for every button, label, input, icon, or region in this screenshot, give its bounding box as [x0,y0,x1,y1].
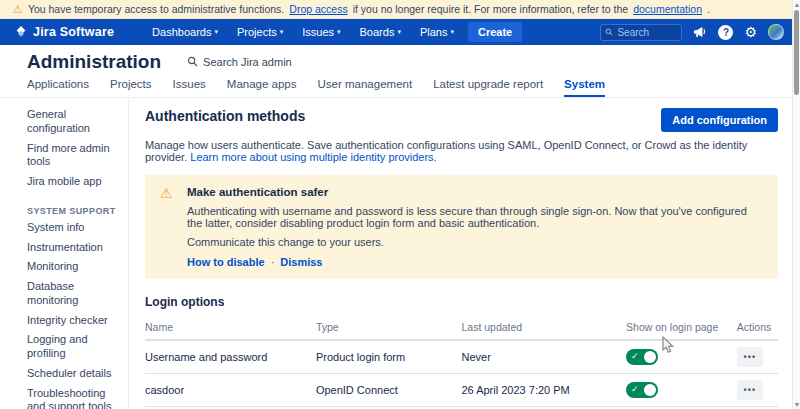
table-header-row: Name Type Last updated Show on login pag… [145,316,778,340]
sidebar-item-general-configuration[interactable]: General configuration [0,105,128,139]
column-header-last-updated: Last updated [461,316,626,340]
nav-item-dashboards[interactable]: Dashboards▾ [152,26,218,38]
banner-text-end: . [707,3,710,15]
login-options-table: Name Type Last updated Show on login pag… [145,316,778,407]
nav-menu: Dashboards▾ Projects▾ Issues▾ Boards▾ Pl… [152,26,454,38]
page-title: Administration [27,51,161,73]
jira-logo[interactable]: Jira Software [0,25,114,39]
nav-item-issues[interactable]: Issues▾ [302,26,340,38]
sidebar-item-monitoring[interactable]: Monitoring [0,257,128,277]
tab-manage-apps[interactable]: Manage apps [227,78,297,97]
row-type: Product login form [316,340,462,374]
check-icon: ✓ [631,384,639,394]
sidebar-item-integrity-checker[interactable]: Integrity checker [0,311,128,331]
sidebar-item-troubleshooting[interactable]: Troubleshooting and support tools [0,384,128,409]
column-header-type: Type [316,316,462,340]
chevron-down-icon: ▾ [397,28,401,36]
row-actions-button[interactable]: ••• [737,380,763,400]
table-row: Username and password Product login form… [145,340,778,374]
learn-more-link[interactable]: Learn more about using multiple identity… [190,151,436,163]
documentation-link[interactable]: documentation [633,3,702,15]
scrollbar-up-arrow[interactable]: ▲ [793,0,800,9]
how-to-disable-link[interactable]: How to disable [187,256,265,268]
chevron-down-icon: ▾ [280,28,284,36]
admin-search[interactable]: Search Jira admin [187,56,292,68]
column-header-name: Name [145,316,316,340]
warning-body: Authenticating with username and passwor… [187,205,764,229]
sidebar-group-system-support: SYSTEM SUPPORT [0,203,128,218]
row-name: casdoor [145,374,316,407]
navbar-right: ? ⚙ [600,24,800,41]
nav-item-projects[interactable]: Projects▾ [237,26,283,38]
chevron-down-icon: ▾ [337,28,341,36]
warning-icon: ⚠ [13,4,23,15]
link-separator: · [271,256,275,268]
nav-search[interactable] [600,24,682,41]
table-row: casdoor OpenID Connect 26 April 2023 7:2… [145,374,778,407]
user-avatar[interactable] [768,24,784,40]
admin-header: Administration Search Jira admin [0,45,792,78]
chevron-down-icon: ▾ [214,28,218,36]
toggle-knob [644,351,656,363]
row-type: OpenID Connect [316,374,462,407]
section-description: Manage how users authenticate. Save auth… [145,139,778,163]
admin-search-label: Search Jira admin [203,56,292,68]
column-header-show-on-login-page: Show on login page [626,316,737,340]
tab-applications[interactable]: Applications [27,78,89,97]
create-button[interactable]: Create [468,22,522,42]
warning-body2: Communicate this change to your users. [187,236,764,248]
toggle-knob [644,384,656,396]
jira-logo-icon [14,25,28,39]
warning-title: Make authentication safer [187,186,764,198]
warning-icon: ⚠ [160,185,173,201]
tab-issues[interactable]: Issues [173,78,206,97]
sidebar-item-instrumentation[interactable]: Instrumentation [0,238,128,258]
sidebar-item-scheduler-details[interactable]: Scheduler details [0,364,128,384]
show-on-login-toggle[interactable]: ✓ [626,349,658,365]
admin-tabs: Applications Projects Issues Manage apps… [27,78,605,97]
row-last-updated: 26 April 2023 7:20 PM [461,374,626,407]
sidebar-item-database-monitoring[interactable]: Database monitoring [0,277,128,311]
vertical-scrollbar: ▲ ▼ [792,0,800,409]
sidebar-item-logging-and-profiling[interactable]: Logging and profiling [0,330,128,364]
nav-item-boards[interactable]: Boards▾ [360,26,401,38]
column-header-actions: Actions [737,316,778,340]
tab-system[interactable]: System [564,78,605,97]
section-title: Authentication methods [145,108,305,124]
login-options-heading: Login options [145,295,778,309]
megaphone-icon[interactable] [693,26,707,38]
tab-user-management[interactable]: User management [318,78,413,97]
banner-text-middle: if you no longer require it. For more in… [353,3,628,15]
banner-text: You have temporary access to administrat… [28,3,284,15]
sidebar-item-jira-mobile-app[interactable]: Jira mobile app [0,172,128,192]
make-auth-safer-warning: ⚠ Make authentication safer Authenticati… [145,175,778,279]
row-name: Username and password [145,340,316,374]
drop-access-link[interactable]: Drop access [289,3,347,15]
gear-icon[interactable]: ⚙ [744,25,757,39]
chevron-down-icon: ▾ [450,28,454,36]
row-actions-button[interactable]: ••• [737,347,763,367]
temporary-access-banner: ⚠ You have temporary access to administr… [0,0,800,19]
search-icon [605,27,613,37]
add-configuration-button[interactable]: Add configuration [661,108,778,132]
help-icon[interactable]: ? [718,25,733,40]
main-content: Authentication methods Add configuration… [145,98,778,409]
system-sidebar: General configuration Find more admin to… [0,98,129,409]
scrollbar-down-arrow[interactable]: ▼ [793,400,800,409]
sidebar-item-find-more-admin-tools[interactable]: Find more admin tools [0,139,128,173]
row-last-updated: Never [461,340,626,374]
tab-latest-upgrade-report[interactable]: Latest upgrade report [433,78,543,97]
sidebar-item-system-info[interactable]: System info [0,218,128,238]
jira-logo-text: Jira Software [33,25,114,39]
nav-item-plans[interactable]: Plans▾ [420,26,454,38]
dismiss-link[interactable]: Dismiss [280,256,322,268]
scrollbar-thumb[interactable] [794,10,799,95]
app-navbar: Jira Software Dashboards▾ Projects▾ Issu… [0,19,800,45]
nav-search-input[interactable] [617,27,677,38]
check-icon: ✓ [631,351,639,361]
tab-projects[interactable]: Projects [110,78,152,97]
show-on-login-toggle[interactable]: ✓ [626,382,658,398]
search-icon [187,56,198,67]
